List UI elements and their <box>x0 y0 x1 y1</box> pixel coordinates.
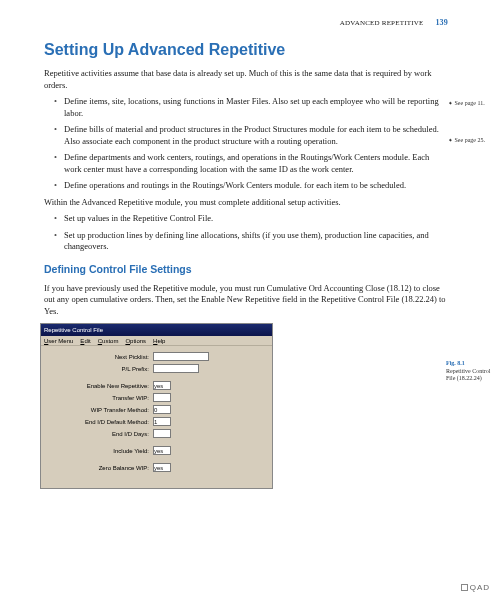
text-input[interactable] <box>153 364 199 373</box>
section-paragraph: If you have previously used the Repetiti… <box>44 283 448 317</box>
text-input[interactable]: 0 <box>153 405 171 414</box>
brand-text: QAD <box>470 583 490 592</box>
figure-caption-text: Repetitive Control File (18.22.24) <box>446 368 491 382</box>
list-item: Define departments and work centers, rou… <box>54 152 448 175</box>
field-label: WIP Transfer Method: <box>47 406 153 414</box>
list-item: Define operations and routings in the Ro… <box>54 180 448 191</box>
field-label: P/L Prefix: <box>47 365 153 373</box>
text-input[interactable] <box>153 429 171 438</box>
form-row: Include Yield:yes <box>47 446 266 455</box>
text-input[interactable]: yes <box>153 463 171 472</box>
form-row: Zero Balance WIP:yes <box>47 463 266 472</box>
bullet-list-2: Set up values in the Repetitive Control … <box>54 213 448 252</box>
text-input[interactable] <box>153 352 209 361</box>
text-input[interactable] <box>153 393 171 402</box>
list-item: Set up values in the Repetitive Control … <box>54 213 448 224</box>
brand-logo: QAD <box>461 583 490 594</box>
field-label: End I/D Days: <box>47 430 153 438</box>
list-item: Set up production lines by defining line… <box>54 230 448 253</box>
field-label: Next Picklist: <box>47 353 153 361</box>
section-heading: Defining Control File Settings <box>44 262 448 276</box>
form-row: Next Picklist: <box>47 352 266 361</box>
text-input[interactable]: 1 <box>153 417 171 426</box>
figure-number: Fig. 8.1 <box>446 360 494 368</box>
field-label: Transfer WIP: <box>47 394 153 402</box>
running-header: ADVANCED REPETITIVE 139 <box>44 18 448 29</box>
field-label: Enable New Repetitive: <box>47 382 153 390</box>
app-window: Repetitive Control File User Menu Edit C… <box>40 323 273 489</box>
menu-item[interactable]: Options <box>125 337 146 345</box>
bullet-list-1: Define items, site, locations, using fun… <box>54 96 448 191</box>
field-label: Zero Balance WIP: <box>47 464 153 472</box>
form-row: P/L Prefix: <box>47 364 266 373</box>
text-input[interactable]: yes <box>153 446 171 455</box>
menu-item[interactable]: User Menu <box>44 337 73 345</box>
form-row: End I/D Default Method:1 <box>47 417 266 426</box>
menu-item[interactable]: Edit <box>80 337 90 345</box>
form-row: End I/D Days: <box>47 429 266 438</box>
intro-paragraph: Repetitive activities assume that base d… <box>44 68 448 91</box>
form-row: Transfer WIP: <box>47 393 266 402</box>
running-title: ADVANCED REPETITIVE <box>340 19 424 27</box>
list-item: Define items, site, locations, using fun… <box>54 96 448 119</box>
form-row: Enable New Repetitive:yes <box>47 381 266 390</box>
side-note: ➧ See page 11. <box>448 100 494 107</box>
list-item: Define bills of material and product str… <box>54 124 448 147</box>
page-title: Setting Up Advanced Repetitive <box>44 39 448 61</box>
titlebar: Repetitive Control File <box>41 324 272 336</box>
text-input[interactable]: yes <box>153 381 171 390</box>
logo-square-icon <box>461 584 468 591</box>
page-number: 139 <box>435 18 448 27</box>
figure-caption: Fig. 8.1 Repetitive Control File (18.22.… <box>446 360 494 383</box>
menu-item[interactable]: Custom <box>98 337 119 345</box>
window-title: Repetitive Control File <box>44 326 103 334</box>
field-label: Include Yield: <box>47 447 153 455</box>
form-row: WIP Transfer Method:0 <box>47 405 266 414</box>
window-client-area: Next Picklist: P/L Prefix: Enable New Re… <box>41 346 272 488</box>
field-label: End I/D Default Method: <box>47 418 153 426</box>
menu-item[interactable]: Help <box>153 337 165 345</box>
menubar: User Menu Edit Custom Options Help <box>41 336 272 346</box>
mid-paragraph: Within the Advanced Repetitive module, y… <box>44 197 448 208</box>
side-note: ➧ See page 25. <box>448 137 494 144</box>
